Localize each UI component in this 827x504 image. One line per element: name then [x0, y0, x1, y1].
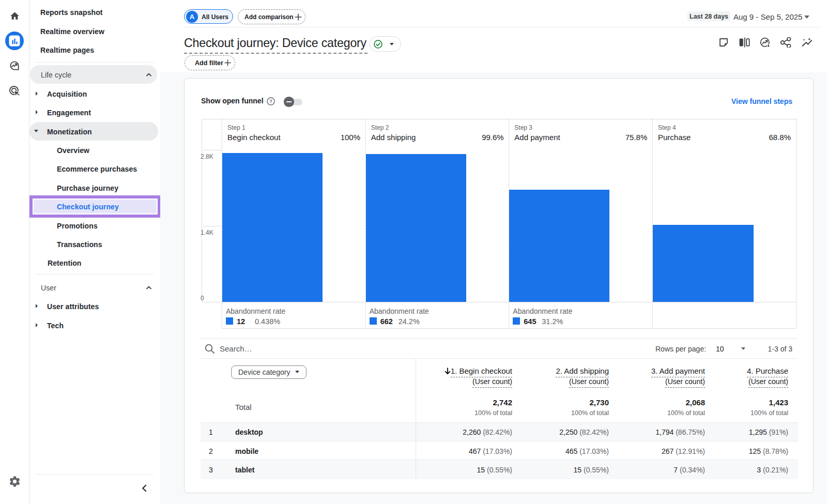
svg-text:?: ?: [269, 98, 272, 104]
